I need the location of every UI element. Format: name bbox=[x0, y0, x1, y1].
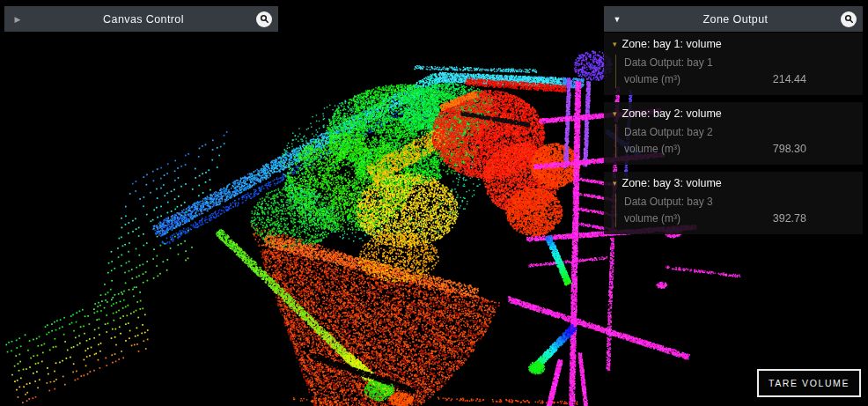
zone-title-row: ▾ Zone: bay 2: volume bbox=[613, 107, 854, 122]
zone-collapse-icon[interactable]: ▾ bbox=[613, 110, 617, 118]
zone-collapse-icon[interactable]: ▾ bbox=[613, 180, 617, 188]
zone-collapse-icon[interactable]: ▾ bbox=[613, 41, 617, 48]
zone-output-title: Zone Output bbox=[630, 13, 841, 26]
zone-title-row: ▾ Zone: bay 3: volume bbox=[613, 176, 854, 191]
zone-data-output-label: Data Output: bay 3 bbox=[624, 194, 854, 210]
canvas-control-title: Canvas Control bbox=[31, 13, 256, 26]
zone-output-panel-body: ▾ Zone: bay 1: volume Data Output: bay 1… bbox=[604, 33, 863, 234]
zone-data-output-label: Data Output: bay 1 bbox=[624, 55, 854, 71]
zone-metric-label: volume (m³) bbox=[624, 71, 680, 88]
tare-volume-button[interactable]: TARE VOLUME bbox=[757, 369, 861, 397]
zone-metric-row: volume (m³) 798.30 bbox=[624, 141, 854, 158]
magnifier-icon-button[interactable] bbox=[256, 11, 272, 27]
zone-title: Zone: bay 2: volume bbox=[622, 107, 722, 122]
magnifier-icon bbox=[844, 14, 854, 24]
collapse-panel-icon[interactable]: ▼ bbox=[604, 15, 630, 24]
zone-title: Zone: bay 3: volume bbox=[622, 176, 722, 191]
app-root: { "canvas_control_panel": { "title": "Ca… bbox=[0, 0, 868, 406]
zone-volume-value: 392.78 bbox=[773, 210, 806, 227]
magnifier-icon bbox=[260, 14, 269, 24]
magnifier-icon-button[interactable] bbox=[841, 11, 857, 27]
zone-group-bay-3: ▾ Zone: bay 3: volume Data Output: bay 3… bbox=[604, 172, 863, 234]
zone-metric-row: volume (m³) 214.44 bbox=[624, 71, 854, 88]
zone-title-row: ▾ Zone: bay 1: volume bbox=[613, 37, 854, 52]
zone-details: Data Output: bay 1 volume (m³) 214.44 bbox=[615, 55, 854, 88]
zone-data-output-label: Data Output: bay 2 bbox=[624, 124, 854, 141]
zone-metric-label: volume (m³) bbox=[624, 141, 680, 158]
zone-group-bay-2: ▾ Zone: bay 2: volume Data Output: bay 2… bbox=[604, 102, 863, 165]
zone-group-bay-1: ▾ Zone: bay 1: volume Data Output: bay 1… bbox=[604, 33, 863, 95]
zone-title: Zone: bay 1: volume bbox=[622, 37, 722, 52]
zone-metric-label: volume (m³) bbox=[624, 210, 680, 227]
canvas-control-panel: ▶ Canvas Control bbox=[4, 6, 278, 32]
zone-volume-value: 798.30 bbox=[773, 141, 806, 158]
expand-panel-icon[interactable]: ▶ bbox=[4, 15, 31, 24]
zone-volume-value: 214.44 bbox=[773, 71, 806, 88]
zone-details: Data Output: bay 2 volume (m³) 798.30 bbox=[615, 124, 854, 158]
zone-metric-row: volume (m³) 392.78 bbox=[624, 210, 854, 227]
zone-output-panel-header: ▼ Zone Output bbox=[604, 6, 863, 32]
zone-details: Data Output: bay 3 volume (m³) 392.78 bbox=[615, 194, 854, 227]
